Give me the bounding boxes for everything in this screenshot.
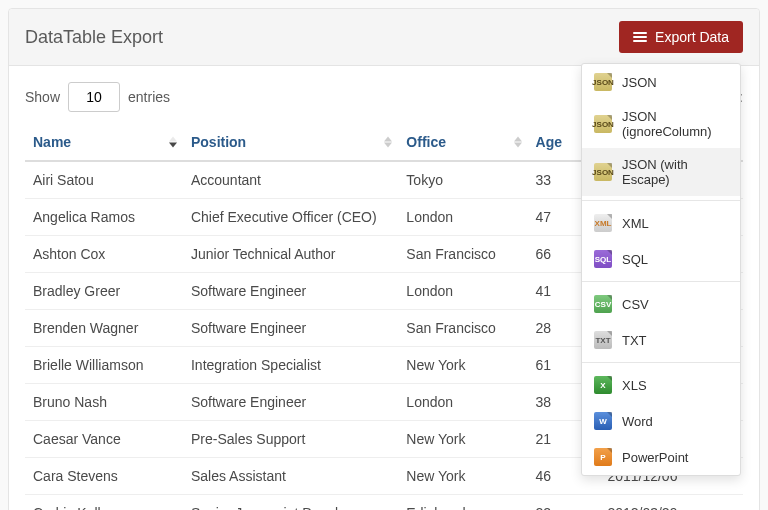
- export-option-xls[interactable]: XXLS: [582, 367, 740, 403]
- panel-title: DataTable Export: [25, 27, 163, 48]
- sort-icon: [384, 137, 392, 148]
- cell-name: Caesar Vance: [25, 421, 183, 458]
- json-file-icon: JSON: [594, 73, 612, 91]
- export-option-label: Word: [622, 414, 653, 429]
- cell-name: Airi Satou: [25, 161, 183, 199]
- cell-position: Software Engineer: [183, 273, 398, 310]
- cell-name: Brenden Wagner: [25, 310, 183, 347]
- export-option-json-ignorecolumn-[interactable]: JSONJSON (ignoreColumn): [582, 100, 740, 148]
- export-button-label: Export Data: [655, 29, 729, 45]
- panel-header: DataTable Export Export Data: [9, 9, 759, 66]
- cell-name: Brielle Williamson: [25, 347, 183, 384]
- cell-position: Junior Technical Author: [183, 236, 398, 273]
- export-option-label: XLS: [622, 378, 647, 393]
- export-option-label: CSV: [622, 297, 649, 312]
- column-header-label: Office: [406, 134, 446, 150]
- cell-position: Chief Executive Officer (CEO): [183, 199, 398, 236]
- sort-icon: [169, 137, 177, 148]
- export-option-label: TXT: [622, 333, 647, 348]
- column-header-office[interactable]: Office: [398, 124, 527, 161]
- export-data-button[interactable]: Export Data: [619, 21, 743, 53]
- cell-office: San Francisco: [398, 236, 527, 273]
- export-option-json-with-escape-[interactable]: JSONJSON (with Escape): [582, 148, 740, 196]
- export-option-label: XML: [622, 216, 649, 231]
- export-dropdown: JSONJSONJSONJSON (ignoreColumn)JSONJSON …: [581, 63, 741, 476]
- column-header-name[interactable]: Name: [25, 124, 183, 161]
- cell-start: 2012/03/29: [599, 495, 743, 511]
- cell-office: New York: [398, 421, 527, 458]
- json-file-icon: JSON: [594, 163, 612, 181]
- export-option-label: JSON (ignoreColumn): [622, 109, 728, 139]
- entries-count-input[interactable]: [68, 82, 120, 112]
- table-row: Cedric KellySenior Javascript DeveloperE…: [25, 495, 743, 511]
- sql-file-icon: SQL: [594, 250, 612, 268]
- export-option-csv[interactable]: CSVCSV: [582, 286, 740, 322]
- json-file-icon: JSON: [594, 115, 612, 133]
- cell-office: San Francisco: [398, 310, 527, 347]
- export-option-label: JSON: [622, 75, 657, 90]
- cell-name: Cedric Kelly: [25, 495, 183, 511]
- panel: DataTable Export Export Data Show entrie…: [8, 8, 760, 510]
- column-header-position[interactable]: Position: [183, 124, 398, 161]
- export-option-sql[interactable]: SQLSQL: [582, 241, 740, 277]
- export-option-json[interactable]: JSONJSON: [582, 64, 740, 100]
- menu-separator: [582, 281, 740, 282]
- menu-separator: [582, 362, 740, 363]
- cell-name: Cara Stevens: [25, 458, 183, 495]
- cell-position: Pre-Sales Support: [183, 421, 398, 458]
- ppt-file-icon: P: [594, 448, 612, 466]
- word-file-icon: W: [594, 412, 612, 430]
- cell-office: Edinburgh: [398, 495, 527, 511]
- cell-position: Software Engineer: [183, 310, 398, 347]
- cell-position: Sales Assistant: [183, 458, 398, 495]
- cell-position: Accountant: [183, 161, 398, 199]
- cell-name: Bradley Greer: [25, 273, 183, 310]
- export-option-label: JSON (with Escape): [622, 157, 728, 187]
- csv-file-icon: CSV: [594, 295, 612, 313]
- export-option-xml[interactable]: XMLXML: [582, 205, 740, 241]
- cell-position: Software Engineer: [183, 384, 398, 421]
- txt-file-icon: TXT: [594, 331, 612, 349]
- show-entries-post: entries: [128, 89, 170, 105]
- export-option-label: SQL: [622, 252, 648, 267]
- cell-office: New York: [398, 458, 527, 495]
- cell-name: Bruno Nash: [25, 384, 183, 421]
- cell-office: New York: [398, 347, 527, 384]
- cell-position: Integration Specialist: [183, 347, 398, 384]
- hamburger-icon: [633, 32, 647, 43]
- column-header-label: Name: [33, 134, 71, 150]
- cell-position: Senior Javascript Developer: [183, 495, 398, 511]
- sort-icon: [514, 137, 522, 148]
- cell-office: London: [398, 199, 527, 236]
- xls-file-icon: X: [594, 376, 612, 394]
- export-option-label: PowerPoint: [622, 450, 688, 465]
- show-entries-pre: Show: [25, 89, 60, 105]
- cell-age: 22: [528, 495, 600, 511]
- export-option-txt[interactable]: TXTTXT: [582, 322, 740, 358]
- cell-name: Angelica Ramos: [25, 199, 183, 236]
- export-option-powerpoint[interactable]: PPowerPoint: [582, 439, 740, 475]
- xml-file-icon: XML: [594, 214, 612, 232]
- menu-separator: [582, 200, 740, 201]
- cell-office: London: [398, 384, 527, 421]
- cell-office: London: [398, 273, 527, 310]
- show-entries: Show entries: [25, 82, 170, 112]
- column-header-label: Age: [536, 134, 562, 150]
- column-header-label: Position: [191, 134, 246, 150]
- cell-name: Ashton Cox: [25, 236, 183, 273]
- export-option-word[interactable]: WWord: [582, 403, 740, 439]
- cell-office: Tokyo: [398, 161, 527, 199]
